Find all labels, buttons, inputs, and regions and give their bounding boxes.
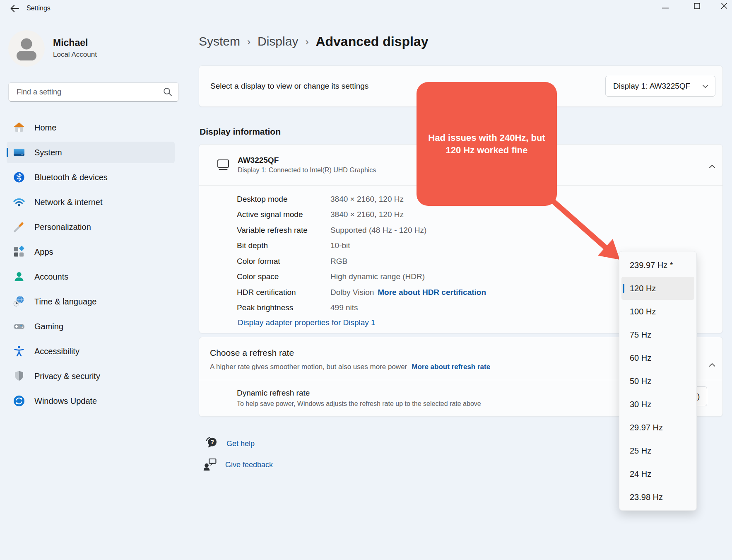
more-about-refresh-rate-link[interactable]: More about refresh rate [412, 363, 490, 371]
sidebar-item-bluetooth-devices[interactable]: Bluetooth & devices [7, 167, 175, 188]
refresh-rate-subtitle: A higher rate gives smoother motion, but… [210, 363, 407, 371]
breadcrumb-display[interactable]: Display [258, 34, 298, 48]
refresh-rate-dropdown-fragment: ) [697, 392, 700, 401]
display-adapter-properties-link[interactable]: Display adapter properties for Display 1 [238, 318, 376, 327]
sidebar-item-label: Accessibility [34, 347, 79, 356]
refresh-rate-flyout: 239.97 Hz * 120 Hz 100 Hz 75 Hz 60 Hz 50… [619, 251, 697, 511]
display-select-dropdown[interactable]: Display 1: AW3225QF [605, 76, 715, 97]
svg-text:?: ? [210, 439, 214, 445]
sidebar-item-apps[interactable]: Apps [7, 241, 175, 263]
windows-update-icon [12, 394, 26, 408]
breadcrumb-separator: › [305, 35, 308, 48]
privacy-shield-icon [12, 369, 26, 383]
detail-row: Peak brightness 499 nits [237, 300, 486, 316]
rate-option[interactable]: 25 Hz [619, 439, 696, 462]
user-name: Michael [53, 37, 88, 48]
detail-label: HDR certification [237, 288, 330, 297]
sidebar-item-label: Personalization [34, 222, 91, 232]
close-icon [721, 2, 727, 11]
search-input[interactable] [9, 88, 163, 97]
detail-label: Bit depth [237, 241, 330, 250]
dynamic-refresh-rate-subtitle: To help save power, Windows adjusts the … [237, 400, 481, 408]
detail-label: Active signal mode [237, 210, 330, 219]
sidebar-item-gaming[interactable]: Gaming [7, 316, 175, 337]
rate-option[interactable]: 23.98 Hz [619, 485, 696, 509]
apps-icon [12, 245, 26, 258]
sidebar-item-label: Network & internet [34, 198, 103, 207]
sidebar-item-label: Home [34, 123, 56, 133]
refresh-rate-heading: Choose a refresh rate [210, 348, 294, 358]
detail-row-hdr: HDR certification Dolby Vision More abou… [237, 285, 486, 300]
sidebar-item-label: Privacy & security [34, 372, 100, 381]
detail-value: Dolby Vision [330, 288, 374, 297]
sidebar-nav: Home System Bluetooth & devices Network … [7, 117, 175, 412]
rate-option-selected[interactable]: 120 Hz [621, 277, 694, 300]
sidebar-item-network-internet[interactable]: Network & internet [7, 191, 175, 213]
sidebar-item-privacy-security[interactable]: Privacy & security [7, 365, 175, 387]
breadcrumb-separator: › [247, 35, 250, 48]
sidebar-item-windows-update[interactable]: Windows Update [7, 390, 175, 412]
detail-value: Supported (48 Hz - 120 Hz) [330, 226, 426, 235]
detail-value: High dynamic range (HDR) [330, 272, 425, 281]
rate-option[interactable]: 75 Hz [619, 323, 696, 346]
sidebar-item-label: Apps [34, 247, 53, 257]
detail-row: Bit depth 10-bit [237, 238, 486, 254]
feedback-person-icon [202, 457, 218, 473]
hdr-certification-link[interactable]: More about HDR certification [378, 288, 486, 297]
sidebar-item-label: Time & language [34, 297, 96, 307]
sidebar-item-system[interactable]: System [7, 142, 175, 163]
detail-label: Desktop mode [237, 195, 330, 204]
rate-option[interactable]: 24 Hz [619, 462, 696, 485]
time-language-globe-clock-icon [12, 295, 26, 308]
breadcrumb-system[interactable]: System [199, 34, 240, 48]
sidebar-item-label: Accounts [34, 272, 68, 282]
rate-option[interactable]: 239.97 Hz * [619, 253, 696, 277]
maximize-icon [694, 3, 700, 11]
minimize-button[interactable] [655, 0, 676, 13]
detail-label: Variable refresh rate [237, 226, 330, 235]
personalization-brush-icon [12, 220, 26, 234]
give-feedback-link[interactable]: Give feedback [202, 457, 273, 473]
minimize-icon [662, 3, 669, 10]
sidebar-item-home[interactable]: Home [7, 117, 175, 138]
rate-option[interactable]: 30 Hz [619, 393, 696, 416]
rate-option[interactable]: 60 Hz [619, 346, 696, 369]
display-details-list: Desktop mode 3840 × 2160, 120 Hz Active … [237, 191, 486, 316]
detail-value: 499 nits [330, 303, 358, 312]
back-button[interactable] [8, 3, 21, 15]
maximize-button[interactable] [686, 0, 707, 13]
sidebar-item-label: Windows Update [34, 396, 97, 406]
annotation-callout: Had issues with 240Hz, but 120 Hz worked… [417, 82, 557, 206]
user-account-type: Local Account [53, 51, 97, 59]
sidebar-item-label: Gaming [34, 322, 63, 331]
accounts-person-icon [12, 270, 26, 283]
sidebar-item-time-language[interactable]: Time & language [7, 291, 175, 312]
sidebar-item-personalization[interactable]: Personalization [7, 216, 175, 238]
detail-row: Active signal mode 3840 × 2160, 120 Hz [237, 207, 486, 223]
detail-label: Color space [237, 272, 330, 281]
close-button[interactable] [714, 0, 732, 13]
display-select-value: Display 1: AW3225QF [613, 82, 690, 91]
search-icon [163, 87, 173, 97]
detail-label: Color format [237, 257, 330, 266]
sidebar-item-accounts[interactable]: Accounts [7, 266, 175, 287]
accessibility-person-icon [12, 345, 26, 358]
system-icon [12, 146, 26, 159]
chevron-down-icon [702, 82, 708, 90]
page-title: Advanced display [315, 34, 428, 49]
breadcrumb: System › Display › Advanced display [199, 31, 429, 51]
search-box[interactable] [8, 82, 179, 101]
chevron-up-icon[interactable] [709, 163, 715, 167]
home-icon [12, 121, 26, 134]
detail-value: 3840 × 2160, 120 Hz [330, 195, 404, 204]
dynamic-refresh-rate-title: Dynamic refresh rate [237, 389, 310, 398]
rate-option[interactable]: 100 Hz [619, 300, 696, 323]
get-help-link[interactable]: ? Get help [204, 436, 255, 451]
sidebar-item-accessibility[interactable]: Accessibility [7, 340, 175, 362]
avatar[interactable] [8, 30, 45, 67]
display-information-heading: Display information [200, 127, 281, 137]
detail-row: Color space High dynamic range (HDR) [237, 269, 486, 285]
rate-option[interactable]: 29.97 Hz [619, 416, 696, 439]
rate-option[interactable]: 50 Hz [619, 369, 696, 393]
chevron-up-icon[interactable] [709, 361, 715, 365]
